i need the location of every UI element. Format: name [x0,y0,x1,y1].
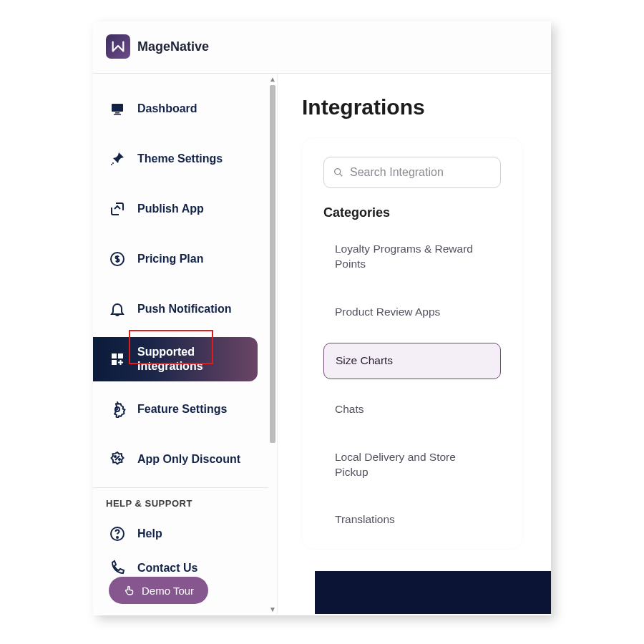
sidebar-item-pricing-plan[interactable]: Pricing Plan [93,237,258,281]
sidebar-item-label: App Only Discount [137,452,240,467]
scroll-up-icon[interactable]: ▲ [268,74,277,84]
search-input[interactable] [350,166,492,179]
sidebar-scrollbar[interactable]: ▲ ▼ [268,74,277,614]
sidebar-item-supported-integrations[interactable]: Supported Integrations [93,337,258,381]
sidebar-item-label: Dashboard [137,102,197,116]
page-title: Integrations [302,95,551,119]
brand-name: MageNative [137,39,209,54]
demo-tour-label: Demo Tour [142,585,194,597]
svg-rect-0 [112,104,123,112]
main-content: Integrations Categories Loyalty Programs… [278,74,551,614]
svg-rect-1 [115,112,119,114]
demo-tour-button[interactable]: Demo Tour [109,577,208,604]
svg-point-10 [114,456,116,457]
svg-rect-8 [112,360,117,365]
sidebar-item-help[interactable]: Help [93,517,258,550]
search-icon [333,166,344,179]
theme-icon [109,150,126,167]
hand-pointer-icon [123,584,136,597]
sidebar-item-label: Feature Settings [137,402,227,416]
sidebar-item-theme-settings[interactable]: Theme Settings [93,137,258,181]
svg-point-14 [335,169,341,175]
svg-point-11 [119,459,120,460]
dashboard-icon [109,100,126,117]
sidebar-item-feature-settings[interactable]: Feature Settings [93,387,258,431]
integrations-icon [109,351,126,368]
svg-rect-2 [114,114,121,115]
sidebar-item-label: Theme Settings [137,152,223,166]
integrations-panel: Categories Loyalty Programs & Reward Poi… [302,138,522,549]
discount-icon [109,451,126,468]
svg-rect-6 [112,353,117,358]
brand-logo-icon [106,34,130,59]
bottom-bar [315,571,551,614]
sidebar-item-label: Pricing Plan [137,252,203,266]
category-size-charts[interactable]: Size Charts [323,343,501,379]
phone-icon [109,560,126,577]
sidebar-item-label: Supported Integrations [137,345,258,374]
sidebar-item-push-notification[interactable]: Push Notification [93,287,258,331]
svg-rect-7 [118,353,123,358]
sidebar-item-publish-app[interactable]: Publish App [93,187,258,231]
svg-point-3 [112,162,114,164]
svg-point-4 [111,164,112,165]
category-product-review-apps[interactable]: Product Review Apps [323,295,501,330]
scrollbar-thumb[interactable] [270,85,275,443]
header: MageNative [93,21,551,73]
bell-icon [109,301,126,318]
gear-icon [109,401,126,418]
help-icon [109,525,126,542]
categories-heading: Categories [323,205,501,220]
publish-icon [109,200,126,218]
help-support-section-label: HELP & SUPPORT [93,487,268,517]
category-chats[interactable]: Chats [323,392,501,427]
sidebar-item-app-only-discount[interactable]: App Only Discount [93,437,258,482]
sidebar-item-label: Contact Us [137,561,197,575]
pricing-icon [109,250,126,268]
sidebar-item-label: Publish App [137,202,204,216]
category-translations[interactable]: Translations [323,502,501,537]
sidebar-item-label: Push Notification [137,302,232,316]
sidebar-item-label: Help [137,527,162,541]
sidebar: Dashboard Theme Settings Pub [93,74,268,614]
scroll-down-icon[interactable]: ▼ [268,604,277,614]
category-local-delivery[interactable]: Local Delivery and Store Pickup [323,440,501,490]
svg-point-13 [117,537,118,538]
sidebar-item-dashboard[interactable]: Dashboard [93,87,258,131]
search-input-wrapper[interactable] [323,157,501,188]
category-loyalty-programs[interactable]: Loyalty Programs & Reward Points [323,232,501,282]
